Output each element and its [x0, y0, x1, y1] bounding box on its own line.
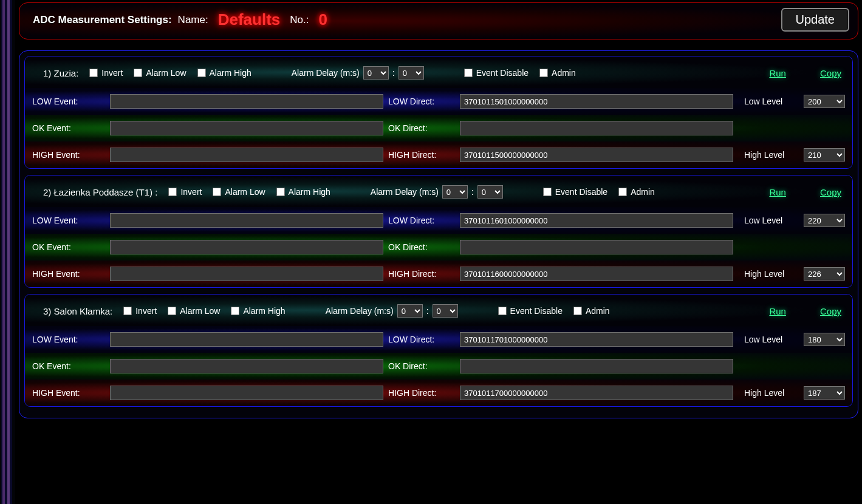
high-level-label: High Level [738, 150, 799, 160]
high-event-label: HIGH Event: [32, 150, 105, 160]
event-disable-checkbox[interactable] [498, 307, 507, 315]
low-level-select[interactable]: 220 [804, 214, 845, 227]
update-button[interactable]: Update [781, 8, 850, 32]
ok-direct-label: OK Direct: [388, 361, 455, 372]
admin-checkbox[interactable] [539, 69, 548, 77]
invert-label: Invert [101, 68, 123, 78]
channel-title: 1) Zuzia: [43, 68, 78, 78]
high-level-label: High Level [738, 388, 799, 398]
alarm-delay-sec[interactable]: 0 [399, 66, 424, 80]
run-link[interactable]: Run [769, 68, 786, 78]
high-row: HIGH Event: HIGH Direct: High Level 187 [25, 380, 852, 406]
admin-checkbox[interactable] [618, 188, 627, 196]
low-level-select[interactable]: 180 [804, 333, 845, 346]
header-panel: ADC Measurement Settings: Name: Defaults… [19, 2, 858, 39]
alarm-high-label: Alarm High [243, 306, 285, 316]
colon: : [426, 306, 429, 316]
event-disable-label: Event Disable [555, 187, 607, 197]
channel-header: 1) Zuzia: Invert Alarm Low Alarm High Al… [25, 56, 852, 88]
alarm-low-checkbox[interactable] [213, 188, 221, 196]
invert-checkbox[interactable] [89, 69, 98, 77]
channel-3: 3) Salon Klamka: Invert Alarm Low Alarm … [24, 294, 853, 407]
alarm-high-checkbox[interactable] [197, 69, 206, 77]
high-direct-input[interactable] [460, 267, 733, 281]
admin-checkbox[interactable] [573, 307, 582, 315]
alarm-delay-min[interactable]: 0 [442, 185, 468, 199]
ok-event-input[interactable] [110, 240, 383, 254]
invert-checkbox[interactable] [168, 188, 177, 196]
ok-direct-input[interactable] [460, 240, 733, 254]
channel-1: 1) Zuzia: Invert Alarm Low Alarm High Al… [24, 56, 853, 169]
low-event-input[interactable] [110, 94, 383, 109]
name-value: Defaults [214, 10, 284, 29]
ok-event-input[interactable] [110, 359, 383, 373]
high-event-input[interactable] [110, 267, 383, 281]
invert-label: Invert [180, 187, 202, 197]
no-label: No.: [290, 14, 309, 26]
alarm-low-checkbox[interactable] [134, 69, 142, 77]
high-level-select[interactable]: 226 [804, 267, 845, 281]
channel-title: 2) Łazienka Poddasze (T1) : [43, 187, 157, 197]
low-direct-label: LOW Direct: [388, 335, 455, 345]
low-event-input[interactable] [110, 213, 383, 228]
ok-direct-label: OK Direct: [388, 242, 455, 253]
invert-checkbox[interactable] [123, 307, 132, 315]
high-row: HIGH Event: HIGH Direct: High Level 210 [25, 141, 852, 168]
low-level-label: Low Level [738, 216, 799, 225]
high-direct-label: HIGH Direct: [388, 388, 455, 398]
low-direct-input[interactable] [460, 94, 733, 109]
high-level-label: High Level [738, 269, 799, 279]
copy-link[interactable]: Copy [820, 68, 841, 78]
low-row: LOW Event: LOW Direct: Low Level 180 [25, 326, 852, 353]
low-event-label: LOW Event: [32, 216, 105, 226]
run-link[interactable]: Run [769, 306, 786, 316]
alarm-high-checkbox[interactable] [276, 188, 285, 196]
ok-event-input[interactable] [110, 121, 383, 135]
copy-link[interactable]: Copy [820, 306, 841, 316]
alarm-delay-sec[interactable]: 0 [433, 304, 458, 318]
low-level-label: Low Level [738, 335, 799, 344]
alarm-delay-label: Alarm Delay (m:s) [326, 306, 394, 316]
low-direct-label: LOW Direct: [388, 97, 455, 107]
alarm-delay-sec[interactable]: 0 [477, 185, 503, 199]
low-level-select[interactable]: 200 [804, 95, 845, 108]
alarm-delay-min[interactable]: 0 [363, 66, 389, 80]
name-label: Name: [178, 14, 208, 26]
admin-label: Admin [552, 68, 576, 78]
alarm-high-label: Alarm High [289, 187, 330, 197]
run-link[interactable]: Run [769, 187, 786, 197]
high-direct-input[interactable] [460, 148, 733, 162]
ok-row: OK Event: OK Direct: [25, 353, 852, 380]
alarm-delay-label: Alarm Delay (m:s) [292, 68, 360, 78]
ok-event-label: OK Event: [32, 123, 105, 134]
high-level-select[interactable]: 187 [804, 386, 845, 400]
low-event-label: LOW Event: [32, 97, 105, 107]
ok-direct-input[interactable] [460, 121, 733, 135]
high-level-select[interactable]: 210 [804, 148, 845, 162]
ok-row: OK Event: OK Direct: [25, 115, 852, 141]
low-event-input[interactable] [110, 332, 383, 347]
alarm-low-checkbox[interactable] [168, 307, 176, 315]
high-direct-label: HIGH Direct: [388, 269, 455, 279]
event-disable-checkbox[interactable] [543, 188, 552, 196]
alarm-high-checkbox[interactable] [231, 307, 239, 315]
alarm-low-label: Alarm Low [225, 187, 265, 197]
alarm-delay-min[interactable]: 0 [397, 304, 423, 318]
low-direct-input[interactable] [460, 332, 733, 347]
invert-label: Invert [135, 306, 157, 316]
no-value: 0 [315, 10, 330, 29]
alarm-delay-label: Alarm Delay (m:s) [371, 187, 439, 197]
low-direct-input[interactable] [460, 213, 733, 228]
low-row: LOW Event: LOW Direct: Low Level 200 [25, 88, 852, 115]
event-disable-checkbox[interactable] [464, 69, 473, 77]
ok-direct-input[interactable] [460, 359, 733, 373]
high-event-input[interactable] [110, 148, 383, 162]
event-disable-label: Event Disable [510, 306, 563, 316]
high-event-label: HIGH Event: [32, 388, 105, 398]
ok-direct-label: OK Direct: [388, 123, 455, 134]
alarm-low-label: Alarm Low [180, 306, 220, 316]
copy-link[interactable]: Copy [820, 187, 841, 197]
high-direct-input[interactable] [460, 386, 733, 400]
high-event-input[interactable] [110, 386, 383, 400]
event-disable-label: Event Disable [476, 68, 528, 78]
